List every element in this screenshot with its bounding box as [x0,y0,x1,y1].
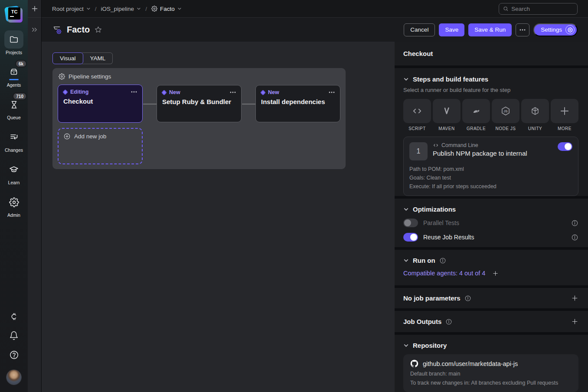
job-menu-button[interactable] [131,91,137,93]
job-menu-button[interactable] [230,91,236,93]
breadcrumb-root-project[interactable]: Root project [52,6,91,12]
steps-section-header[interactable]: Steps and build features [403,75,578,83]
steps-hint: Select a runner or build feature for the… [403,87,578,93]
search-input[interactable] [511,6,573,12]
sidebar-item-label: Agents [7,82,21,88]
breadcrumb-separator: / [95,6,97,12]
job-menu-button[interactable] [329,91,335,93]
chevron-down-icon [403,206,409,212]
pipeline-header: Facto Cancel Save Save & Run Settings [42,18,588,42]
search-box[interactable] [499,3,578,15]
job-card-install-dependencies[interactable]: New Install dependencies [255,85,340,122]
sidebar-item-learn[interactable]: Learn [4,160,23,185]
job-card-checkout[interactable]: Editing Checkout [58,85,143,123]
optimizations-heading: Optimizations [413,206,456,213]
favorite-star-icon[interactable] [94,26,102,34]
info-icon[interactable] [571,234,578,241]
runner-tile-unity[interactable]: UNITY [521,99,549,131]
info-icon[interactable] [464,295,471,302]
save-button[interactable]: Save [439,23,464,36]
job-outputs-heading: Job Outputs [403,318,441,325]
runner-tile-nodejs[interactable]: JS NODE JS [492,99,519,131]
breadcrumb-current-pipeline[interactable]: Facto [151,6,182,12]
runner-tiles: SCRIPT MAVEN GRADLE JS NODE JS UNITY MOR… [403,99,578,131]
reuse-job-results-toggle[interactable] [403,233,418,242]
notifications-bell-icon[interactable] [9,331,19,340]
step-card[interactable]: 1 Command Line Publish NPM package to in… [403,137,578,196]
sidebar-item-projects[interactable]: Projects [4,30,23,55]
unity-icon [530,106,540,116]
step-enabled-toggle[interactable] [558,142,572,151]
job-parameters-header: No job parameters [403,294,471,302]
info-icon[interactable] [439,257,446,264]
chevron-down-icon [86,7,91,11]
run-on-section-header[interactable]: Run on [403,257,578,264]
sidebar-item-queue[interactable]: 710 Queue [4,95,23,120]
runner-tile-label: MORE [558,126,572,131]
sidebar-item-admin[interactable]: Admin [4,193,23,218]
tab-visual[interactable]: Visual [52,52,83,64]
panel-title-section: Checkout [395,42,588,65]
step-runner-type: Command Line [441,142,478,148]
sidebar-item-label: Admin [7,212,20,218]
runner-tile-more[interactable]: MORE [551,99,578,131]
gradle-elephant-icon [470,105,482,117]
settings-button[interactable]: Settings [533,23,578,36]
user-avatar[interactable] [6,369,22,385]
expand-panel-button[interactable] [28,18,41,42]
job-status-diamond-icon [260,90,266,95]
job-title: Checkout [63,98,137,105]
runner-tile-script[interactable]: SCRIPT [403,99,431,131]
settings-button-label: Settings [541,26,562,33]
job-card-setup-ruby[interactable]: New Setup Ruby & Bundler [157,85,242,122]
step-number: 1 [409,142,428,160]
plus-icon [571,318,578,325]
repository-section-header[interactable]: Repository [403,342,578,349]
folder-icon [9,34,19,45]
gear-icon [565,25,575,34]
breadcrumb-project[interactable]: iOS_pipeline [101,6,141,12]
chevron-down-icon [403,258,409,263]
code-icon [412,105,423,117]
info-icon[interactable] [445,318,452,325]
add-new-job-button[interactable]: Add new job [58,128,143,164]
reuse-job-results-label: Reuse Job Results [423,234,474,241]
sidebar-item-label: Projects [6,50,22,55]
compatible-agents-link[interactable]: Compatible agents: 4 out of 4 [403,270,485,277]
runner-tile-gradle[interactable]: GRADLE [462,99,490,131]
optimizations-section: Optimizations Parallel Tests Reuse Job R… [395,199,588,247]
cancel-button[interactable]: Cancel [404,23,435,36]
add-job-parameter-button[interactable] [571,294,578,302]
breadcrumb-separator: / [145,6,147,12]
more-actions-button[interactable] [516,23,529,36]
plus-icon [559,105,570,117]
add-agent-requirement-button[interactable] [492,270,499,277]
run-on-heading: Run on [413,257,435,264]
tab-yaml[interactable]: YAML [82,52,113,64]
step-detail-line: Path to POM: pom.xml [409,165,572,173]
agents-icon [9,67,19,77]
step-detail-line: Execute: If all prior steps succeeded [409,182,572,191]
job-status: New [268,89,279,95]
new-tab-button[interactable] [28,0,41,18]
info-icon[interactable] [571,219,578,227]
hourglass-icon [9,100,19,110]
optimizations-section-header[interactable]: Optimizations [403,206,578,213]
repository-section: Repository github.com/user/marketdata-ap… [395,335,588,392]
sidebar: TC Projects 6k Agents 710 Queue [0,0,28,392]
parallel-tests-toggle[interactable] [403,219,418,227]
cents-usage-icon[interactable] [9,312,19,321]
add-job-output-button[interactable] [571,318,578,325]
save-and-run-button[interactable]: Save & Run [468,23,512,36]
job-status: New [169,89,180,95]
sidebar-item-agents[interactable]: 6k Agents [4,63,23,88]
breadcrumb: Root project / iOS_pipeline / Facto [52,6,182,12]
chevron-down-icon [177,7,182,11]
sidebar-item-changes[interactable]: Changes [4,128,23,153]
help-icon[interactable] [9,350,19,360]
repository-card[interactable]: github.com/user/marketdata-api-js Defaul… [403,354,578,392]
teamcity-logo[interactable]: TC [5,5,23,23]
agents-count-badge: 6k [15,60,27,68]
runner-tile-maven[interactable]: MAVEN [433,99,461,131]
pipeline-settings-link[interactable]: Pipeline settings [59,73,111,80]
